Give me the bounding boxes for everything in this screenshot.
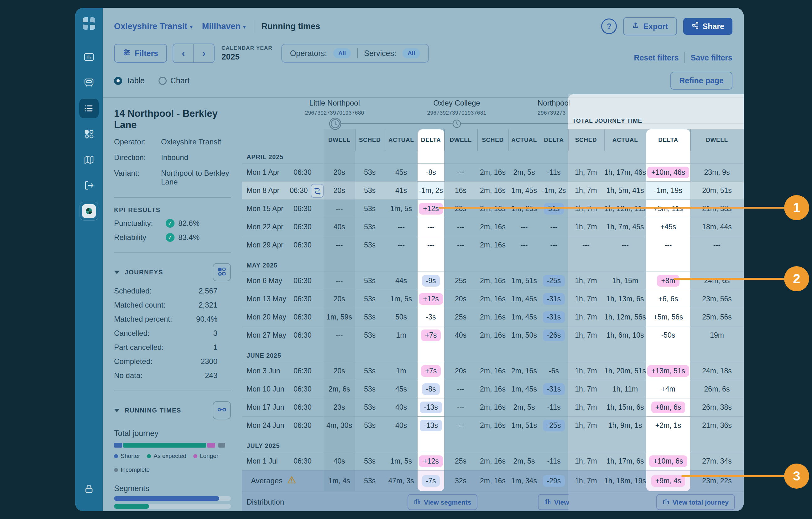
- cell-value: -25s: [540, 416, 568, 434]
- stat-row: Part cancelled:1: [114, 343, 218, 352]
- view-button[interactable]: View total journey: [656, 494, 735, 510]
- view-button[interactable]: View segments: [408, 494, 477, 510]
- route-panel: 14 Northpool - Berkley Lane Operator: Ox…: [103, 94, 242, 511]
- refine-page-button[interactable]: Refine page: [670, 72, 732, 90]
- column-header-actual[interactable]: ACTUAL: [604, 129, 646, 151]
- operator-label: Operator:: [114, 138, 161, 146]
- column-header-sched[interactable]: SCHED: [477, 129, 509, 151]
- row-time: 06:30: [293, 385, 312, 394]
- radio-chart[interactable]: Chart: [158, 76, 190, 85]
- cell-value: +45s: [646, 218, 690, 236]
- delta-chip-lav: -13s: [420, 402, 442, 413]
- table-row[interactable]: Mon 13 May06:3020s53s1m, 5s+12s20s2m, 16…: [242, 290, 744, 308]
- table-row[interactable]: Mon 8 Apr06:3020s53s41s-1m, 2s16s2m, 16s…: [242, 181, 744, 200]
- cell-value: 2m, 16s: [477, 380, 509, 398]
- running-times-heading: RUNNING TIMES: [125, 407, 181, 414]
- legend-item: Shorter: [114, 453, 140, 460]
- reset-filters-link[interactable]: Reset filters: [634, 53, 678, 62]
- sidebar-item-components[interactable]: [79, 124, 99, 144]
- averages-row[interactable]: Averages1m, 4s53s47m, 3s-7s32s2m, 16s1m,…: [242, 470, 744, 491]
- column-header-dwell[interactable]: DWELL: [444, 129, 477, 151]
- table-row[interactable]: Mon 27 May06:30---53s1m+7s40s2m, 16s1m, …: [242, 326, 744, 344]
- cell-empty: [385, 434, 417, 439]
- prev-year-button[interactable]: ‹: [173, 44, 194, 62]
- cell-empty: [242, 434, 324, 439]
- radio-table[interactable]: Table: [114, 76, 145, 85]
- column-header-dwell[interactable]: DWELL: [690, 129, 744, 151]
- route-variant-button[interactable]: [311, 184, 324, 198]
- column-header-delta[interactable]: DELTA: [540, 129, 568, 151]
- cell-value: 2m, 16s: [477, 362, 509, 380]
- divider: [685, 52, 685, 63]
- table-row[interactable]: Mon 1 Apr06:3020s53s45s-8s---2m, 16s2m, …: [242, 163, 744, 181]
- sidebar-item-apps[interactable]: [79, 201, 99, 221]
- variant-label: Variant:: [114, 169, 161, 186]
- view-button-label: View segments: [554, 498, 569, 506]
- cell-value: 1h, 7m: [568, 308, 604, 326]
- delta-chip-pink: +13m, 51s: [647, 365, 689, 377]
- cell-value: 2m, 16s: [509, 362, 540, 380]
- cell-value: 1h, 17m, 6s: [604, 452, 646, 470]
- table-row[interactable]: Mon 10 Jun06:302m, 6s53s45s-8s---2m, 16s…: [242, 380, 744, 398]
- column-header-actual[interactable]: ACTUAL: [385, 129, 417, 151]
- cell-value: 25m, 56s: [690, 308, 744, 326]
- column-header-dwell[interactable]: DWELL: [324, 129, 355, 151]
- table-row[interactable]: Mon 15 Apr06:30---53s1m, 5s+12s20s2m, 16…: [242, 200, 744, 218]
- cell-value: 26m, 38s: [690, 398, 744, 416]
- content-area: Oxleyshire Transit ▾ Millhaven ▾ Running…: [103, 8, 744, 511]
- table-row[interactable]: Mon 1 Jul06:3040s53s1m, 5s+12s25s2m, 16s…: [242, 452, 744, 470]
- column-header-sched[interactable]: SCHED: [568, 129, 604, 151]
- bar-chart-icon: [83, 51, 95, 63]
- breadcrumb-region[interactable]: Millhaven: [202, 22, 240, 31]
- view-button[interactable]: View segments: [538, 494, 569, 510]
- cell-empty: [690, 151, 744, 163]
- table-row[interactable]: Mon 20 May06:301m, 59s53s50s-3s25s2m, 16…: [242, 308, 744, 326]
- month-row: JUNE 2025: [242, 349, 744, 362]
- stop-id: 2967392739701937681: [416, 110, 497, 116]
- sidebar-item-dashboard[interactable]: [79, 47, 99, 67]
- share-button[interactable]: Share: [683, 18, 732, 35]
- stop-id: 2967392739701937680: [294, 110, 375, 116]
- column-header-sched[interactable]: SCHED: [355, 129, 385, 151]
- cell-value: 53s: [355, 182, 385, 200]
- sidebar-item-signout[interactable]: [79, 176, 99, 195]
- table-row[interactable]: Mon 22 Apr06:3040s53s---------2m, 16s---…: [242, 218, 744, 236]
- sidebar-item-lock[interactable]: [79, 479, 99, 499]
- table-row[interactable]: Mon 3 Jun06:3020s53s1m+7s20s2m, 16s2m, 1…: [242, 362, 744, 380]
- kpi-heading: KPI RESULTS: [114, 206, 161, 213]
- table-row[interactable]: Mon 17 Jun06:3023s53s40s-13s---2m, 16s2m…: [242, 398, 744, 416]
- legend-dot-icon: [114, 468, 118, 472]
- column-header-actual[interactable]: ACTUAL: [509, 129, 540, 151]
- column-header-delta[interactable]: DELTA: [646, 129, 690, 151]
- cell-value: 2m, 16s: [477, 164, 509, 181]
- cell-value: 21m, 36s: [690, 416, 744, 434]
- next-year-button[interactable]: ›: [194, 44, 214, 62]
- export-button[interactable]: Export: [623, 17, 677, 35]
- cell-value: 1h, 7m: [568, 164, 604, 181]
- sidebar-item-vehicles[interactable]: [79, 73, 99, 92]
- table-row[interactable]: Mon 6 May06:30---53s44s-9s25s2m, 16s1m, …: [242, 271, 744, 290]
- filters-button[interactable]: Filters: [114, 44, 167, 63]
- cell-value: 2m, 5s: [509, 398, 540, 416]
- sidebar-item-map[interactable]: [79, 150, 99, 169]
- breadcrumb-operator[interactable]: Oxleyshire Transit: [114, 22, 187, 31]
- sidebar-item-running-times[interactable]: [79, 99, 99, 118]
- column-header-delta[interactable]: DELTA: [417, 129, 444, 151]
- operators-services-box[interactable]: Operators: All Services: All: [281, 44, 429, 63]
- running-times-link-button[interactable]: [213, 401, 231, 420]
- journeys-settings-button[interactable]: [213, 263, 231, 281]
- view-segments-wrap-clipped: View segments: [538, 494, 569, 510]
- journeys-section-header[interactable]: JOURNEYS: [114, 263, 231, 281]
- table-row[interactable]: Mon 29 Apr06:30---53s---------2m, 16s---…: [242, 236, 744, 254]
- services-value-badge: All: [403, 48, 420, 58]
- running-times-section-header[interactable]: RUNNING TIMES: [114, 401, 231, 420]
- delta-chip-pink: +12s: [419, 455, 443, 467]
- link-nodes-icon: [217, 405, 227, 416]
- delta-chip-pink: +7s: [421, 365, 441, 377]
- radio-table-label: Table: [126, 76, 145, 85]
- save-filters-link[interactable]: Save filters: [691, 53, 732, 62]
- callout-line-2: [673, 278, 785, 280]
- table-row[interactable]: Mon 24 Jun06:304m, 30s53s40s-13s---2m, 1…: [242, 416, 744, 434]
- cell-empty: [568, 151, 604, 163]
- help-button[interactable]: ?: [601, 19, 617, 34]
